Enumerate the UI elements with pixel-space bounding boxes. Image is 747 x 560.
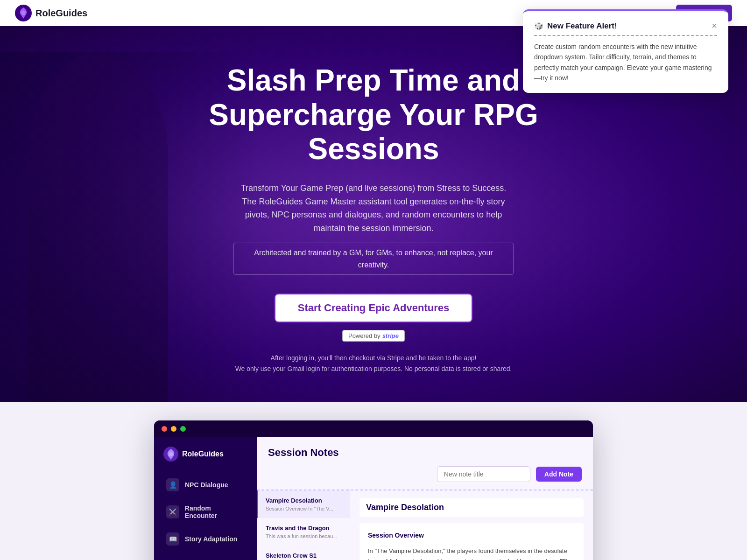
hero-tagline: Architected and trained by a GM, for GMs… [233, 243, 514, 275]
stripe-label: stripe [382, 332, 399, 339]
window-minimize-button[interactable] [171, 426, 176, 432]
app-sidebar: RoleGuides 👤 NPC Dialogue ⚔️ Random Enco… [154, 437, 257, 560]
notes-list: Vampire Desolation Session Overview In "… [257, 490, 350, 560]
app-body: RoleGuides 👤 NPC Dialogue ⚔️ Random Enco… [154, 437, 593, 560]
notification-popup: 🎲 New Feature Alert! × Create custom ran… [523, 9, 728, 93]
sidebar-item-story-adaptation[interactable]: 📖 Story Adaptation [160, 527, 251, 551]
sidebar-item-random-label: Random Encounter [185, 504, 245, 519]
note-detail: Vampire Desolation Session Overview In "… [350, 490, 593, 560]
sidebar-logo: RoleGuides [154, 447, 257, 473]
note-list-title-2: Skeleton Crew S1 [266, 552, 342, 559]
navbar-logo[interactable]: RoleGuides [15, 5, 87, 21]
note-detail-text: In "The Vampire Desolation," the players… [368, 546, 575, 560]
notes-layout: Vampire Desolation Session Overview In "… [257, 490, 593, 560]
powered-stripe-badge: Powered by stripe [342, 330, 405, 342]
hero-title: Slash Prep Time and Supercharge Your RPG… [163, 63, 584, 167]
note-list-title-0: Vampire Desolation [266, 497, 342, 504]
hero-cta-button[interactable]: Start Creating Epic Adventures [275, 294, 472, 322]
sidebar-logo-text: RoleGuides [182, 450, 224, 458]
navbar-logo-icon [15, 5, 32, 21]
npc-dialogue-icon: 👤 [166, 478, 179, 491]
notification-divider [534, 35, 717, 36]
note-list-preview-1: This was a fun session becau... [266, 533, 340, 539]
note-detail-title: Vampire Desolation [359, 498, 584, 517]
note-detail-section-title: Session Overview [368, 530, 575, 541]
notification-body: Create custom random encounters with the… [534, 42, 717, 84]
note-title-input[interactable] [437, 466, 530, 482]
note-list-item-2[interactable]: Skeleton Crew S1 The party started out e… [257, 546, 350, 560]
hero-silhouette-figure [28, 52, 168, 402]
session-notes-title: Session Notes [268, 447, 582, 459]
sidebar-item-story-label: Story Adaptation [185, 535, 237, 543]
sidebar-item-npc-label: NPC Dialogue [185, 481, 228, 489]
notification-header: 🎲 New Feature Alert! × [534, 21, 717, 31]
app-window: RoleGuides 👤 NPC Dialogue ⚔️ Random Enco… [154, 420, 593, 560]
note-list-item-1[interactable]: Travis and the Dragon This was a fun ses… [257, 518, 350, 546]
navbar-logo-text: RoleGuides [35, 8, 87, 19]
notification-title: New Feature Alert! [547, 21, 617, 31]
notes-toolbar: Add Note [268, 466, 582, 490]
add-note-button[interactable]: Add Note [536, 467, 582, 482]
note-list-item-0[interactable]: Vampire Desolation Session Overview In "… [257, 490, 350, 518]
note-list-preview-0: Session Overview In "The V... [266, 506, 340, 511]
note-list-title-1: Travis and the Dragon [266, 525, 342, 532]
sidebar-nav: 👤 NPC Dialogue ⚔️ Random Encounter 📖 Sto… [154, 473, 257, 560]
notification-close-button[interactable]: × [712, 21, 717, 31]
random-encounter-icon: ⚔️ [166, 505, 179, 518]
window-maximize-button[interactable] [180, 426, 186, 432]
window-close-button[interactable] [162, 426, 167, 432]
sidebar-item-npc-dialogue[interactable]: 👤 NPC Dialogue [160, 473, 251, 497]
powered-by-label: Powered by [348, 332, 381, 339]
sidebar-item-random-encounter[interactable]: ⚔️ Random Encounter [160, 499, 251, 525]
app-main: Session Notes Add Note Vampire Desolatio… [257, 437, 593, 560]
notification-emoji: 🎲 [534, 21, 543, 30]
app-main-header: Session Notes Add Note [257, 437, 593, 490]
hero-subtitle: Transform Your Game Prep (and live sessi… [233, 182, 514, 235]
sidebar-logo-icon [163, 447, 178, 462]
story-adaptation-icon: 📖 [166, 532, 179, 546]
app-preview-section: RoleGuides 👤 NPC Dialogue ⚔️ Random Enco… [0, 402, 747, 560]
hero-notice: After logging in, you'll then checkout v… [235, 353, 512, 374]
note-detail-body: Session Overview In "The Vampire Desolat… [359, 523, 584, 560]
window-bar [154, 420, 593, 437]
